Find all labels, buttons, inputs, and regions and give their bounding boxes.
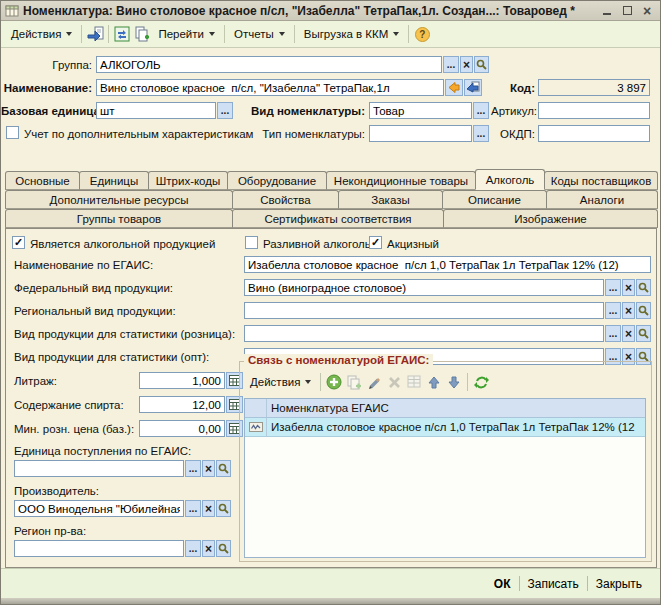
chevron-down-icon [305,380,311,384]
federal-kind-open-button[interactable] [636,279,651,296]
egais-unit-clear-button[interactable]: × [202,460,215,477]
stat-retail-clear-button[interactable]: × [622,325,635,342]
egais-copy-button[interactable] [344,372,364,392]
egais-delete-button[interactable] [384,372,404,392]
group-select-button[interactable]: ... [443,56,459,73]
is-alcohol-checkbox[interactable]: ✓ [12,236,25,249]
egais-edit-button[interactable] [364,372,384,392]
litrage-input[interactable] [139,372,225,389]
close-form-button[interactable]: Закрыть [588,575,650,593]
reread-button[interactable] [112,24,132,45]
production-region-open-button[interactable] [216,540,231,557]
help-icon: ? [415,27,430,42]
name-history-button[interactable] [445,79,463,96]
production-region-input[interactable] [14,540,184,557]
egais-unit-open-button[interactable] [216,460,231,477]
tab-image[interactable]: Изображение [443,209,658,228]
egais-list-settings-button[interactable] [404,372,424,392]
tab-units[interactable]: Единицы [79,171,149,190]
egais-move-down-button[interactable] [444,372,464,392]
federal-kind-clear-button[interactable]: × [622,279,635,296]
min-price-input[interactable] [139,420,225,437]
group-input[interactable] [96,56,442,73]
alcohol-content-input[interactable] [139,396,225,413]
tab-barcodes[interactable]: Штрих-коды [148,171,228,190]
minimize-button[interactable] [598,3,616,18]
pencil-icon [367,375,382,390]
name-translate-button[interactable] [464,79,482,96]
checkmark-icon: ✓ [371,237,380,248]
tab-extra-resources[interactable]: Дополнительные ресурсы [5,190,233,209]
egais-nomenclature-cell[interactable]: Изабелла столовое красное п/сл 1,0 Тетра… [267,418,645,436]
regional-kind-open-button[interactable] [636,302,651,319]
clear-icon: × [205,505,212,513]
stat-retail-input[interactable] [244,325,604,342]
help-button[interactable]: ? [412,24,432,45]
extra-characteristics-checkbox[interactable] [6,126,19,139]
window-bottom-edge [1,598,660,605]
nomenclature-kind-select-button[interactable]: ... [473,102,489,119]
federal-kind-input[interactable] [244,279,604,296]
ok-button[interactable]: ОК [486,575,519,593]
production-region-clear-button[interactable]: × [202,540,215,557]
okdp-input[interactable] [538,125,650,142]
egais-move-up-button[interactable] [424,372,444,392]
draft-alcohol-checkbox[interactable] [245,236,258,249]
regional-kind-select-button[interactable]: ... [605,302,621,319]
producer-open-button[interactable] [216,500,231,517]
regional-kind-clear-button[interactable]: × [622,302,635,319]
close-button[interactable]: × [638,3,656,18]
reports-menu-button[interactable]: Отчеты [228,24,291,45]
extra-characteristics-label: Учет по дополнительным характеристикам [24,128,253,140]
producer-clear-button[interactable]: × [202,500,215,517]
base-unit-select-button[interactable]: ... [217,102,233,119]
regional-kind-input[interactable] [244,302,604,319]
tab-analogs[interactable]: Аналоги [546,190,658,209]
table-row[interactable]: Изабелла столовое красное п/сл 1,0 Тетра… [245,418,645,437]
tab-alcohol[interactable]: Алкоголь [475,169,545,190]
egais-actions-menu-button[interactable]: Действия [244,372,317,393]
egais-refresh-button[interactable] [471,372,491,392]
egais-unit-select-button[interactable]: ... [185,460,201,477]
egais-name-input[interactable] [244,256,651,273]
tab-orders[interactable]: Заказы [338,190,443,209]
egais-table-header-row: Номенклатура ЕГАИС [245,399,645,418]
tab-substandard-goods[interactable]: Некондиционные товары [326,171,476,190]
tab-equipment[interactable]: Оборудование [227,171,327,190]
egais-add-button[interactable] [324,372,344,392]
goto-menu-button[interactable]: Перейти [152,24,221,45]
production-region-select-button[interactable]: ... [185,540,201,557]
tab-main[interactable]: Основные [5,171,80,190]
actions-menu-button[interactable]: Действия [5,24,78,45]
ellipsis-icon: ... [189,545,197,553]
min-price-label: Мин. розн. цена (баз.): [14,423,134,435]
group-clear-button[interactable]: × [460,56,473,73]
base-unit-input[interactable] [96,102,216,119]
nomenclature-kind-input[interactable] [369,102,472,119]
nomenclature-type-select-button[interactable]: ... [473,125,489,142]
clear-icon: × [625,353,632,361]
stat-retail-open-button[interactable] [636,325,651,342]
tab-description[interactable]: Описание [442,190,547,209]
write-object-button[interactable] [85,24,105,45]
nomenclature-type-input[interactable] [369,125,472,142]
tab-goods-groups[interactable]: Группы товаров [5,209,233,228]
federal-kind-select-button[interactable]: ... [605,279,621,296]
article-input[interactable] [538,102,650,119]
stat-retail-select-button[interactable]: ... [605,325,621,342]
egais-unit-input[interactable] [14,460,184,477]
copy-button[interactable] [132,24,152,45]
kkm-export-menu-button[interactable]: Выгрузка в ККМ [298,24,406,45]
group-open-button[interactable] [474,56,489,73]
name-input[interactable] [96,79,444,96]
maximize-button[interactable] [618,3,636,18]
excise-checkbox[interactable]: ✓ [369,236,382,249]
title-bar[interactable]: Номенклатура: Вино столовое красное п/сл… [1,1,660,21]
egais-table[interactable]: Номенклатура ЕГАИС Изабелла столовое кра… [244,398,646,558]
write-button[interactable]: Записать [520,575,587,593]
tab-properties[interactable]: Свойства [232,190,339,209]
tab-supplier-codes[interactable]: Коды поставщиков [544,171,658,190]
producer-select-button[interactable]: ... [185,500,201,517]
tab-certificates[interactable]: Сертификаты соответствия [232,209,444,228]
producer-input[interactable] [14,500,184,517]
